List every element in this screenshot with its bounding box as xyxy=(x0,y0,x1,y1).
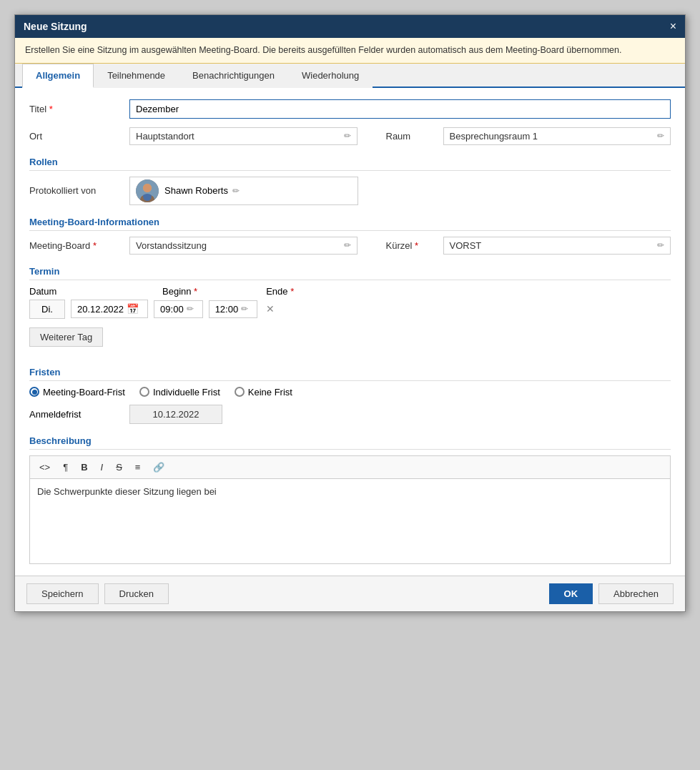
ende-edit-icon[interactable]: ✏ xyxy=(241,304,248,314)
tab-teilnehmende[interactable]: Teilnehmende xyxy=(94,64,179,88)
protokolliert-field: Shawn Roberts ✏ xyxy=(129,177,671,205)
ort-field: Hauptstandort ✏ xyxy=(129,127,358,145)
radio-group: Meeting-Board-Frist Individuelle Frist K… xyxy=(29,387,671,398)
ok-button[interactable]: OK xyxy=(549,583,593,604)
tabs-container: Allgemein Teilnehmende Benachrichtigunge… xyxy=(15,64,685,88)
ort-input-wrapper: Hauptstandort ✏ xyxy=(129,127,358,145)
titel-field xyxy=(129,99,671,119)
neue-sitzung-dialog: Neue Sitzung × Erstellen Sie eine Sitzun… xyxy=(14,14,686,612)
anmeldefrist-row: Anmeldefrist xyxy=(29,405,671,424)
fristen-options: Meeting-Board-Frist Individuelle Frist K… xyxy=(29,387,671,424)
beginn-label: Beginn * xyxy=(162,286,197,297)
strikethrough-button[interactable]: S xyxy=(111,459,127,475)
dialog-footer: Speichern Drucken OK Abbrechen xyxy=(15,576,685,611)
beginn-time-value: 09:00 xyxy=(160,304,184,315)
anmeldefrist-label: Anmeldefrist xyxy=(29,409,129,420)
raum-edit-icon[interactable]: ✏ xyxy=(657,131,664,141)
anmeldefrist-input[interactable] xyxy=(129,405,222,424)
bold-button[interactable]: B xyxy=(76,459,92,475)
calendar-icon[interactable]: 📅 xyxy=(127,303,139,315)
radio-individuelle-label: Individuelle Frist xyxy=(153,387,220,398)
protokolliert-edit-icon[interactable]: ✏ xyxy=(232,186,240,196)
link-button[interactable]: 🔗 xyxy=(148,459,169,475)
titel-row: Titel * xyxy=(29,99,671,119)
date-labels-row: Datum Beginn * Ende * xyxy=(29,286,671,297)
code-button[interactable]: <> xyxy=(34,459,55,475)
speichern-button[interactable]: Speichern xyxy=(26,583,99,604)
meeting-board-kuerzel-row: Meeting-Board * Vorstandssitzung ✏ Kürze… xyxy=(29,237,671,255)
protokolliert-label: Protokolliert von xyxy=(29,185,129,196)
radio-keine-frist[interactable]: Keine Frist xyxy=(235,387,292,398)
date-value: 20.12.2022 xyxy=(77,304,124,315)
info-bar: Erstellen Sie eine Sitzung im ausgewählt… xyxy=(15,38,685,64)
day-input[interactable] xyxy=(29,300,65,319)
meeting-board-section-title: Meeting-Board-Informationen xyxy=(29,217,671,231)
kuerzel-value: VORST xyxy=(450,240,654,251)
drucken-button[interactable]: Drucken xyxy=(104,583,169,604)
dialog-title: Neue Sitzung xyxy=(24,21,87,32)
titel-label: Titel * xyxy=(29,104,129,114)
kuerzel-wrapper: VORST ✏ xyxy=(443,237,671,255)
radio-meeting-board-label: Meeting-Board-Frist xyxy=(43,387,125,398)
paragraph-button[interactable]: ¶ xyxy=(58,459,73,475)
raum-value: Besprechungsraum 1 xyxy=(450,131,654,142)
meeting-board-edit-icon[interactable]: ✏ xyxy=(344,240,351,250)
ende-time-value: 12:00 xyxy=(215,304,239,315)
titel-required: * xyxy=(49,104,53,114)
editor-toolbar: <> ¶ B I S ≡ 🔗 xyxy=(29,455,671,478)
beginn-time-wrapper: 09:00 ✏ xyxy=(154,300,203,318)
weiterer-tag-button[interactable]: Weiterer Tag xyxy=(29,327,103,347)
list-button[interactable]: ≡ xyxy=(130,459,146,475)
meeting-board-label: Meeting-Board * xyxy=(29,240,129,251)
raum-input-wrapper: Besprechungsraum 1 ✏ xyxy=(443,127,671,145)
beschreibung-section-title: Beschreibung xyxy=(29,435,671,450)
rollen-section-title: Rollen xyxy=(29,157,671,171)
date-row: 20.12.2022 📅 09:00 ✏ 12:00 ✏ ✕ xyxy=(29,300,671,319)
radio-circle-keine xyxy=(235,387,245,397)
radio-meeting-board-frist[interactable]: Meeting-Board-Frist xyxy=(29,387,125,398)
fristen-section-title: Fristen xyxy=(29,367,671,381)
ort-value: Hauptstandort xyxy=(136,131,340,142)
beginn-edit-icon[interactable]: ✏ xyxy=(187,304,194,314)
protokolliert-name: Shawn Roberts xyxy=(164,185,228,196)
kuerzel-edit-icon[interactable]: ✏ xyxy=(657,240,664,250)
tab-benachrichtigungen[interactable]: Benachrichtigungen xyxy=(179,64,288,88)
radio-circle-individuelle xyxy=(139,387,149,397)
tab-wiederholung[interactable]: Wiederholung xyxy=(288,64,373,88)
radio-circle-meeting-board xyxy=(29,387,39,397)
remove-date-button[interactable]: ✕ xyxy=(266,303,275,315)
ende-label: Ende * xyxy=(266,286,294,297)
kuerzel-label: Kürzel * xyxy=(386,240,443,251)
protokolliert-person-wrapper: Shawn Roberts ✏ xyxy=(129,177,358,205)
footer-right-buttons: OK Abbrechen xyxy=(549,583,674,604)
info-bar-text: Erstellen Sie eine Sitzung im ausgewählt… xyxy=(25,45,621,55)
dialog-header: Neue Sitzung × xyxy=(15,15,685,38)
abbrechen-button[interactable]: Abbrechen xyxy=(598,583,674,604)
footer-left-buttons: Speichern Drucken xyxy=(26,583,169,604)
radio-keine-label: Keine Frist xyxy=(248,387,292,398)
ort-edit-icon[interactable]: ✏ xyxy=(344,131,351,141)
kuerzel-field: VORST ✏ xyxy=(443,237,671,255)
avatar xyxy=(136,179,159,202)
meeting-board-wrapper: Vorstandssitzung ✏ xyxy=(129,237,358,255)
dialog-body: Titel * Ort Hauptstandort ✏ Raum Besprec… xyxy=(15,88,685,576)
tab-allgemein[interactable]: Allgemein xyxy=(22,64,94,88)
protokolliert-row: Protokolliert von Shawn Roberts ✏ xyxy=(29,177,671,205)
titel-input[interactable] xyxy=(129,99,671,119)
beschreibung-textarea[interactable]: Die Schwerpunkte dieser Sitzung liegen b… xyxy=(29,478,671,564)
date-input-wrapper: 20.12.2022 📅 xyxy=(71,300,148,318)
raum-field: Besprechungsraum 1 ✏ xyxy=(443,127,671,145)
svg-point-3 xyxy=(143,184,152,192)
termin-section-title: Termin xyxy=(29,266,671,280)
datum-label: Datum xyxy=(29,286,65,297)
ende-time-wrapper: 12:00 ✏ xyxy=(209,300,258,318)
close-button[interactable]: × xyxy=(670,21,676,32)
meeting-board-value: Vorstandssitzung xyxy=(136,240,340,251)
beschreibung-text: Die Schwerpunkte dieser Sitzung liegen b… xyxy=(37,486,217,497)
raum-label: Raum xyxy=(386,131,443,142)
radio-individuelle-frist[interactable]: Individuelle Frist xyxy=(139,387,220,398)
meeting-board-field: Vorstandssitzung ✏ xyxy=(129,237,358,255)
italic-button[interactable]: I xyxy=(96,459,109,475)
beschreibung-editor: <> ¶ B I S ≡ 🔗 Die Schwerpunkte dieser S… xyxy=(29,455,671,564)
ort-raum-row: Ort Hauptstandort ✏ Raum Besprechungsrau… xyxy=(29,127,671,145)
